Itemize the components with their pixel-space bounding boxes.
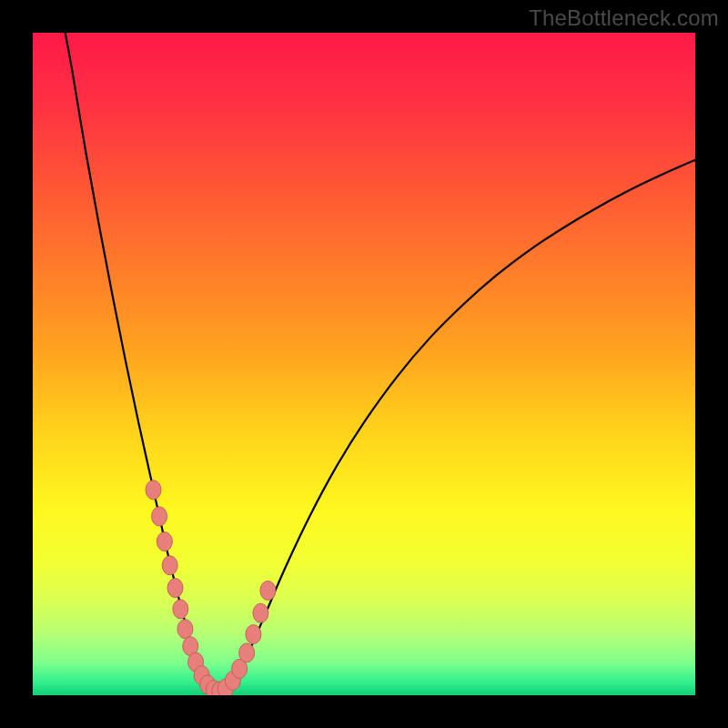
- curve-marker: [260, 581, 276, 600]
- watermark-text: TheBottleneck.com: [529, 5, 719, 31]
- curve-markers: [146, 480, 276, 695]
- curve-marker: [173, 600, 188, 619]
- curve-marker: [239, 643, 255, 662]
- plot-area: [33, 33, 695, 695]
- curve-marker: [167, 579, 183, 598]
- curve-marker: [253, 603, 268, 622]
- bottleneck-curve: [66, 33, 695, 693]
- curve-marker: [177, 620, 193, 639]
- curve-marker: [246, 625, 261, 644]
- curve-marker: [162, 556, 177, 575]
- curve-marker: [152, 507, 167, 526]
- curve-marker: [157, 532, 172, 551]
- curve-layer: [33, 33, 695, 695]
- curve-marker: [146, 480, 161, 500]
- chart-frame: TheBottleneck.com: [0, 0, 728, 728]
